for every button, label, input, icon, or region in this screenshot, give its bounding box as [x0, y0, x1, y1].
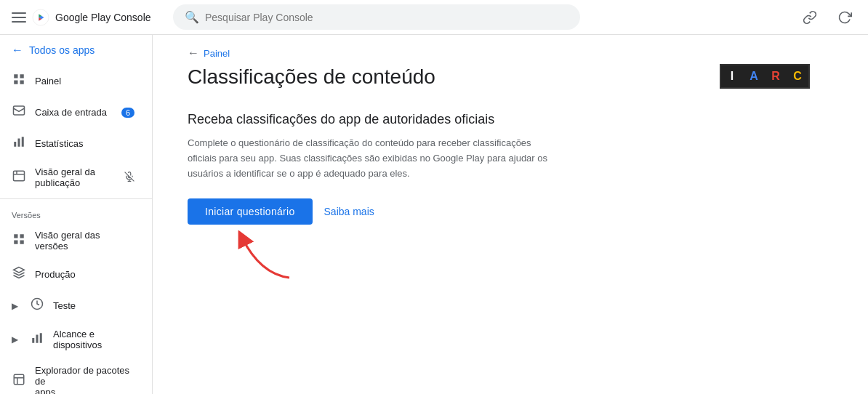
sidebar-item-explorador[interactable]: Explorador de pacotes deapps: [0, 358, 146, 394]
versoes-section-label: Versões: [0, 202, 152, 222]
mute-icon: [124, 172, 134, 184]
sidebar-item-teste[interactable]: ▶ Teste: [0, 290, 146, 321]
svg-rect-20: [32, 338, 34, 343]
svg-rect-5: [14, 106, 25, 115]
search-icon: 🔍: [185, 10, 199, 24]
topbar-left: Google Play Console: [12, 9, 164, 26]
card-section-title: Receba classificações do app de autorida…: [188, 112, 740, 127]
breadcrumb[interactable]: ← Painel: [188, 47, 833, 60]
svg-rect-3: [14, 81, 17, 84]
sidebar-item-painel[interactable]: Painel: [0, 65, 146, 97]
painel-icon: [12, 73, 26, 89]
producao-label: Produção: [35, 269, 76, 280]
content: ← Painel Classificações de conteúdo Rece…: [153, 35, 868, 394]
refresh-icon: [837, 10, 852, 25]
alcance-label: Alcance e dispositivos: [53, 329, 134, 350]
teste-icon: [30, 297, 44, 314]
svg-rect-1: [14, 74, 17, 78]
sidebar-item-visao-versoes[interactable]: Visão geral das versões: [0, 222, 146, 259]
content-area-wrapper: ← Painel Classificações de conteúdo Rece…: [153, 35, 868, 394]
visao-label: Visão geral dapublicação: [35, 166, 95, 188]
search-bar[interactable]: 🔍: [173, 4, 580, 30]
svg-rect-9: [14, 171, 25, 181]
svg-rect-2: [20, 74, 24, 78]
learn-more-button[interactable]: Saiba mais: [324, 206, 374, 217]
sidebar-item-estatisticas[interactable]: Estatísticas: [0, 128, 146, 159]
iarc-letter-a: A: [743, 65, 765, 87]
caixa-label: Caixa de entrada: [35, 107, 107, 118]
sidebar: ← Todos os apps Painel Caixa de entrada …: [0, 35, 153, 394]
visao-versoes-label: Visão geral das versões: [35, 230, 134, 252]
back-label: Todos os apps: [29, 44, 95, 56]
sidebar-item-alcance[interactable]: ▶ Alcance e dispositivos: [0, 321, 146, 358]
estatisticas-label: Estatísticas: [35, 138, 83, 149]
play-logo: [32, 9, 49, 26]
content-card: Receba classificações do app de autorida…: [188, 112, 740, 225]
explorador-icon: [12, 373, 26, 390]
divider-1: [0, 198, 152, 199]
explorador-label: Explorador de pacotes deapps: [35, 365, 134, 394]
svg-rect-7: [18, 139, 20, 147]
start-questionnaire-button[interactable]: Iniciar questionário: [188, 198, 313, 225]
breadcrumb-arrow-icon: ←: [188, 47, 199, 60]
back-to-all-apps[interactable]: ← Todos os apps: [0, 35, 152, 65]
arrow-annotation: [231, 230, 297, 284]
refresh-icon-button[interactable]: [833, 6, 856, 29]
breadcrumb-label: Painel: [204, 48, 230, 59]
topbar-actions: [798, 6, 856, 29]
visao-versoes-icon: [12, 233, 26, 249]
visao-icon: [12, 169, 26, 186]
iarc-letter-c: C: [787, 65, 808, 87]
svg-rect-21: [36, 334, 39, 342]
svg-rect-23: [14, 374, 24, 385]
svg-rect-4: [20, 81, 24, 84]
producao-icon: [12, 266, 26, 283]
iarc-letter-i: I: [721, 65, 743, 87]
link-icon: [803, 10, 817, 25]
estatisticas-icon: [12, 135, 26, 152]
search-input[interactable]: [205, 12, 568, 23]
svg-rect-8: [22, 137, 24, 147]
svg-rect-18: [20, 240, 24, 244]
card-actions: Iniciar questionário Saiba mais: [188, 198, 740, 225]
sidebar-item-visao[interactable]: Visão geral dapublicação: [0, 159, 146, 196]
svg-rect-22: [40, 333, 42, 343]
sidebar-item-caixa[interactable]: Caixa de entrada 6: [0, 97, 146, 128]
caixa-badge: 6: [121, 108, 134, 118]
back-arrow-icon: ←: [12, 44, 23, 57]
main-layout: ← Todos os apps Painel Caixa de entrada …: [0, 35, 868, 394]
svg-rect-6: [14, 142, 16, 147]
svg-rect-17: [14, 240, 17, 244]
svg-rect-16: [20, 234, 24, 238]
caixa-icon: [12, 104, 26, 121]
painel-label: Painel: [35, 76, 61, 87]
menu-icon[interactable]: [12, 12, 26, 23]
sidebar-item-producao[interactable]: Produção: [0, 259, 146, 290]
iarc-letter-r: R: [765, 65, 787, 87]
svg-rect-15: [14, 234, 17, 238]
iarc-logo-area: I A R C: [720, 64, 810, 89]
topbar: Google Play Console 🔍: [0, 0, 868, 35]
teste-expand-icon: ▶: [12, 301, 18, 311]
app-title: Google Play Console: [55, 12, 151, 23]
alcance-icon: [30, 331, 44, 348]
teste-label: Teste: [53, 300, 76, 311]
link-icon-button[interactable]: [798, 6, 821, 29]
alcance-expand-icon: ▶: [12, 334, 18, 345]
card-description: Complete o questionário de classificação…: [188, 136, 551, 181]
iarc-logo: I A R C: [720, 64, 810, 89]
